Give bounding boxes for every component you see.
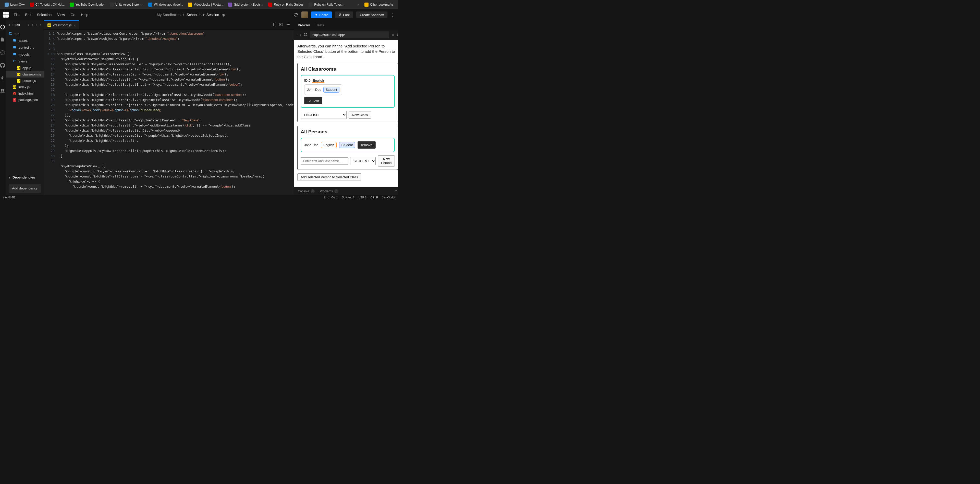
person-role: Student: [339, 142, 355, 148]
menu-go[interactable]: Go: [70, 13, 75, 17]
language-mode[interactable]: JavaScript: [382, 196, 395, 199]
more-icon[interactable]: ⋯: [287, 22, 290, 27]
bookmark-item[interactable]: C# Tutorial , C# Hel...: [28, 2, 67, 8]
forward-icon[interactable]: ›: [300, 33, 301, 37]
menu-help[interactable]: Help: [81, 13, 88, 17]
file-tree-item[interactable]: JSclassroom.js: [6, 71, 44, 78]
eol-info[interactable]: CRLF: [371, 196, 378, 199]
document-icon[interactable]: [0, 37, 6, 43]
share-button[interactable]: Share: [311, 11, 332, 18]
indent-info[interactable]: Spaces: 2: [342, 196, 355, 199]
create-sandbox-button[interactable]: Create Sandbox: [356, 11, 387, 18]
new-file-icon[interactable]: ▫: [36, 23, 37, 27]
new-folder-icon[interactable]: ▪: [40, 23, 41, 27]
folder-open-icon: [13, 59, 17, 63]
refresh-icon[interactable]: [293, 12, 298, 17]
file-tree-item[interactable]: JSapp.js: [6, 65, 44, 71]
external-icon[interactable]: ◈: [392, 33, 394, 37]
popout-icon[interactable]: ⧉: [397, 33, 398, 37]
bookmark-item[interactable]: Grid system · Boots...: [226, 2, 265, 8]
breadcrumb-current[interactable]: School-is-in-Session: [186, 13, 219, 17]
encoding-info[interactable]: UTF-8: [359, 196, 366, 199]
bookmark-item[interactable]: Videoblocks | Foota...: [186, 2, 225, 8]
menu-edit[interactable]: Edit: [25, 13, 32, 17]
subject-select[interactable]: ENGLISH: [301, 111, 347, 119]
file-tree-item[interactable]: models: [6, 51, 44, 58]
tests-tab[interactable]: Tests: [316, 23, 324, 27]
back-icon[interactable]: ‹: [296, 33, 298, 37]
add-selected-button[interactable]: Add selected Person to Selected Class: [298, 173, 361, 181]
codesandbox-logo[interactable]: [3, 12, 9, 17]
problems-count: 0: [334, 189, 339, 193]
github-icon[interactable]: [0, 63, 6, 68]
breadcrumb: My Sandboxes / School-is-in-Session ◉: [94, 13, 288, 17]
bookmark-item[interactable]: Ruby on Rails Guides: [266, 2, 305, 8]
chevron-down-icon[interactable]: ▾: [9, 175, 11, 179]
role-select[interactable]: STUDENT: [350, 157, 375, 165]
intro-text: Afterwards, you can hit the "Add selecte…: [298, 43, 398, 59]
files-icon[interactable]: [0, 24, 6, 30]
breadcrumb-parent[interactable]: My Sandboxes: [157, 13, 181, 17]
console-tab[interactable]: Console 0: [298, 189, 315, 193]
panel-title: All Persons: [301, 129, 395, 135]
tab-name: classroom.js: [53, 23, 72, 27]
problems-tab[interactable]: Problems 0: [320, 189, 339, 193]
upload-icon[interactable]: ↑: [32, 23, 34, 27]
fork-button[interactable]: Fork: [335, 11, 353, 18]
classroom-id: ID:0: [304, 79, 310, 83]
download-icon[interactable]: ↓: [27, 23, 29, 27]
file-tree-item[interactable]: controllers: [6, 44, 44, 51]
new-person-button[interactable]: New Person: [378, 155, 395, 167]
code-editor[interactable]: 1 2 3 4 5 6 7 8 9 10 11 12 13 14 15 16 1…: [44, 30, 294, 195]
svg-point-1: [339, 14, 340, 14]
split-editor-icon[interactable]: [272, 22, 275, 27]
svg-point-4: [1, 89, 3, 91]
user-avatar[interactable]: [301, 11, 308, 18]
bookmark-item[interactable]: Unity Asset Store -...: [108, 2, 145, 8]
chevron-down-icon[interactable]: ▾: [9, 23, 11, 27]
cursor-position[interactable]: Ln 1, Col 1: [325, 196, 338, 199]
editor-tab[interactable]: JS classroom.js ×: [44, 21, 79, 29]
more-icon[interactable]: ⋮: [390, 12, 395, 17]
live-icon[interactable]: [0, 88, 6, 94]
activity-bar: [0, 21, 6, 195]
file-tree-item[interactable]: index.html: [6, 90, 44, 97]
other-bookmarks[interactable]: Other bookmarks: [363, 2, 396, 8]
folder-icon: [13, 38, 17, 43]
menu-selection[interactable]: Selection: [37, 13, 52, 17]
file-tree-item[interactable]: src: [6, 30, 44, 37]
settings-icon[interactable]: [0, 50, 6, 56]
add-dependency-button[interactable]: Add dependency: [9, 184, 41, 193]
remove-button[interactable]: remove: [358, 141, 375, 149]
bookmark-item[interactable]: YouTube Downloader: [68, 2, 107, 8]
favicon-icon: [228, 3, 232, 6]
commit-hash[interactable]: cfed8b2f7: [3, 196, 325, 199]
bookmark-item[interactable]: Ruby on Rails Tutor...: [307, 2, 345, 8]
remove-button[interactable]: remove: [304, 97, 322, 104]
name-input[interactable]: [301, 157, 348, 165]
reload-icon[interactable]: [304, 33, 307, 37]
svg-point-2: [340, 14, 341, 14]
person-card[interactable]: John Doe Student: [304, 84, 342, 95]
person-row[interactable]: John Doe English Student remove: [301, 138, 395, 152]
bookmark-overflow[interactable]: »: [355, 3, 361, 6]
file-tree-item[interactable]: views: [6, 58, 44, 65]
browser-tab[interactable]: Browser: [298, 23, 310, 27]
new-class-button[interactable]: New Class: [348, 111, 371, 119]
js-icon: JS: [17, 66, 21, 70]
file-tree-item[interactable]: npackage.json: [6, 97, 44, 103]
file-tree-item[interactable]: JSperson.js: [6, 78, 44, 84]
file-tree-item[interactable]: JSindex.js: [6, 84, 44, 90]
expand-icon[interactable]: ⌃: [395, 189, 398, 193]
bookmark-item[interactable]: Learn C++: [3, 2, 27, 8]
bookmark-item[interactable]: Windows app devel...: [146, 2, 185, 8]
menu-file[interactable]: File: [14, 13, 20, 17]
menu-view[interactable]: View: [57, 13, 65, 17]
classroom-card[interactable]: ID:0 English John Doe Student remove: [301, 75, 395, 108]
rocket-icon[interactable]: [0, 76, 6, 81]
file-tree-item[interactable]: assets: [6, 37, 44, 44]
favicon-icon: [309, 3, 313, 6]
url-bar[interactable]: https://699ko.csb.app/: [310, 31, 390, 38]
close-icon[interactable]: ×: [74, 23, 76, 27]
preview-icon[interactable]: [279, 22, 283, 27]
